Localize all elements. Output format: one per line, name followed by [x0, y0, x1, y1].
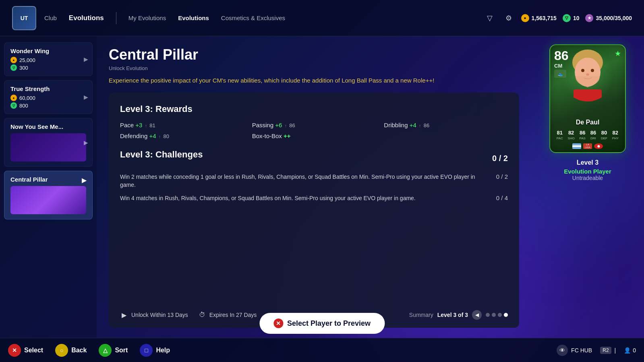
back-action[interactable]: ○ Back: [55, 344, 87, 357]
summary-label: Summary: [409, 312, 433, 318]
player-count-icon: 👤: [624, 347, 631, 354]
center-content: Central Pillar Unlock Evolution Experien…: [97, 36, 531, 338]
player-nationality-flag: [572, 143, 581, 149]
player-count: 👤 0: [624, 347, 636, 354]
player-card: 86 CM 👟 ★: [549, 44, 626, 153]
cost-green-icon: ▽: [10, 102, 17, 109]
nav-club[interactable]: Club: [44, 12, 57, 23]
sidebar-cost-coins: ● 25,000: [10, 57, 86, 63]
nav-evolutions[interactable]: Evolutions: [69, 12, 104, 24]
fc-hub-item[interactable]: 👁 FC HUB: [557, 345, 592, 356]
nav-cosmetics[interactable]: Cosmetics & Exclusives: [221, 14, 285, 21]
help-action[interactable]: □ Help: [140, 344, 170, 357]
player-svg: [563, 49, 612, 101]
unlock-days: ▶ Unlock Within 13 Days: [120, 311, 188, 319]
player-club-badge: ⬟: [594, 143, 603, 149]
level-dot-1: [486, 313, 490, 317]
sidebar-cost-points: ▽ 800: [10, 102, 86, 109]
eye-icon: 👁: [557, 345, 568, 356]
nav-sub-links: My Evolutions Evolutions Cosmetics & Exc…: [128, 14, 285, 21]
challenges-progress: 0 / 2: [492, 154, 508, 163]
ut-logo: UT: [12, 6, 36, 30]
level-dots: [486, 313, 508, 317]
level-dot-4: [504, 313, 508, 317]
settings-icon[interactable]: ⚙: [502, 12, 515, 25]
reward-dribbling: Dribbling +4 ↑ 86: [384, 122, 508, 128]
unlock-label: Unlock Evolution: [109, 65, 519, 71]
player-level-text: Level 3: [564, 159, 611, 166]
level-prev-button[interactable]: ◀: [472, 310, 482, 320]
triangle-icon[interactable]: ▽: [483, 12, 496, 25]
sidebar-cost-coins: ● 60,000: [10, 95, 86, 101]
reward-pace: Pace +3 ↑ 81: [120, 122, 244, 128]
coin-green-icon: ▽: [563, 14, 571, 22]
svg-point-4: [586, 73, 589, 76]
play-icon: ▶: [120, 311, 128, 319]
reward-passing: Passing +6 ↑ 86: [252, 122, 376, 128]
expires-days: ⏱ Expires In 27 Days: [198, 311, 257, 319]
level-nav: ◀: [472, 310, 482, 320]
sp-currency: ★ 35,000/35,000: [585, 14, 632, 22]
player-level-info: Level 3 Evolution Player Untradeable: [564, 159, 611, 181]
player-count-value: 0: [633, 347, 636, 354]
nav-links: Club Evolutions My Evolutions Evolutions…: [44, 12, 483, 24]
sidebar-item-true-strength[interactable]: True Strength ● 60,000 ▽ 800 ▶: [4, 80, 93, 114]
cross-icon: ✕: [273, 319, 283, 328]
sidebar-arrow-icon: ▶: [84, 56, 88, 62]
sort-action-label: Sort: [115, 347, 128, 354]
stat-sho: 82 SHO: [567, 130, 574, 140]
cost-green-icon: ▽: [10, 64, 17, 71]
fc-hub-label: FC HUB: [571, 347, 592, 354]
stat-def: 80 DEF: [601, 130, 607, 140]
select-player-button[interactable]: ✕ Select Player to Preview: [259, 313, 385, 334]
circle-button-icon: ○: [55, 344, 68, 357]
level-dot-3: [498, 313, 502, 317]
nav-separator: [116, 12, 116, 24]
sidebar-item-thumbnail: [10, 133, 86, 161]
sidebar-arrow-icon: ▶: [84, 139, 88, 146]
nav-my-evolutions[interactable]: My Evolutions: [128, 14, 166, 21]
evolution-description: Experience the positive impact of your C…: [109, 76, 519, 85]
player-tradeable-label: Untradeable: [564, 175, 611, 181]
bottom-right: 👁 FC HUB R2 | 👤 0: [557, 345, 636, 356]
sidebar-item-now-you-see-me[interactable]: Now You See Me... ▶: [4, 118, 93, 167]
sidebar-item-title: True Strength: [10, 85, 86, 92]
active-indicator: ▶: [80, 176, 88, 184]
detail-card: Level 3: Rewards Pace +3 ↑ 81 Passing +6…: [109, 93, 519, 328]
challenges-title: Level 3: Challenges: [120, 149, 203, 160]
bottom-bar: ✕ Select ○ Back △ Sort □ Help 👁 FC HUB R…: [0, 338, 644, 362]
top-navigation: UT Club Evolutions My Evolutions Evoluti…: [0, 0, 644, 36]
square-button-icon: □: [140, 344, 153, 357]
sort-action[interactable]: △ Sort: [99, 344, 128, 357]
coins-currency: ● 1,563,715: [521, 14, 557, 22]
cost-gold-icon: ●: [10, 57, 17, 63]
svg-point-3: [591, 69, 594, 72]
challenges-header: Level 3: Challenges 0 / 2: [120, 149, 508, 167]
cost-gold-icon: ●: [10, 95, 17, 101]
stat-pac: 81 PAC: [557, 130, 563, 140]
svg-point-2: [581, 69, 584, 72]
cross-button-icon: ✕: [8, 344, 21, 357]
player-evo-label: Evolution Player: [564, 168, 611, 175]
sidebar-item-title: Now You See Me...: [10, 123, 86, 130]
sidebar-item-wonder-wing[interactable]: Wonder Wing ● 25,000 ▽ 300 ▶: [4, 42, 93, 76]
clock-icon: ⏱: [198, 311, 206, 319]
r2-separator: |: [615, 347, 616, 354]
level-dot-2: [492, 313, 496, 317]
stat-pas: 86 PAS: [580, 130, 586, 140]
rewards-grid: Pace +3 ↑ 81 Passing +6 ↑ 86 Dribbling +…: [120, 122, 508, 139]
challenge-count-1: 0 / 2: [488, 173, 508, 180]
challenge-text-1: Win 2 matches while conceding 1 goal or …: [120, 173, 482, 189]
challenge-count-2: 0 / 4: [488, 194, 508, 201]
select-action[interactable]: ✕ Select: [8, 344, 43, 357]
sidebar: Wonder Wing ● 25,000 ▽ 300 ▶ True Streng…: [0, 36, 97, 338]
sidebar-item-costs: ● 25,000 ▽ 300: [10, 57, 86, 71]
player-league-badge: LA LIGA: [583, 143, 592, 149]
sidebar-item-central-pillar[interactable]: Central Pillar ▶: [4, 171, 93, 219]
stat-dri: 86 DRI: [590, 130, 596, 140]
r2-badge: R2: [600, 347, 611, 354]
sidebar-arrow-icon: ▶: [84, 94, 88, 100]
sidebar-item-title: Wonder Wing: [10, 48, 86, 54]
nav-evolutions-sub[interactable]: Evolutions: [178, 14, 209, 21]
points-currency: ▽ 10: [563, 14, 580, 22]
